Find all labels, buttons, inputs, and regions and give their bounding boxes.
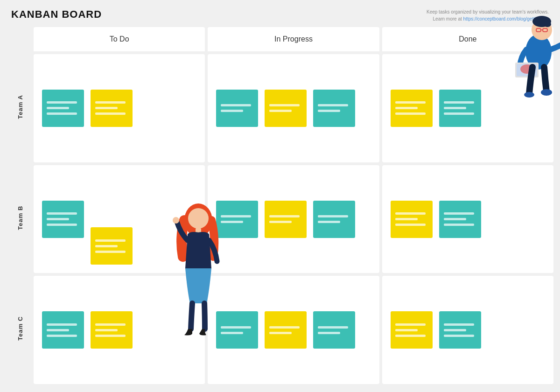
svg-point-11 — [524, 92, 534, 98]
card-line — [95, 112, 126, 115]
card-c-todo-1 — [42, 311, 84, 349]
header-note: Keep tasks organized by visualizing your… — [427, 8, 549, 22]
cell-c-todo — [34, 276, 205, 384]
card-line — [221, 221, 243, 223]
svg-point-10 — [520, 64, 533, 74]
card-a-ip-1 — [216, 90, 258, 127]
card-b-done-1 — [391, 201, 433, 238]
board-row-team-a — [34, 54, 553, 162]
card-a-ip-2 — [265, 90, 307, 127]
card-line — [47, 107, 69, 109]
header-link[interactable]: https://conceptboard.com/blog/getting-s.… — [463, 16, 549, 21]
card-line — [395, 107, 418, 109]
card-line — [95, 101, 126, 104]
card-line — [269, 215, 300, 217]
cell-a-todo — [34, 54, 205, 162]
card-line — [47, 323, 77, 326]
card-line — [444, 112, 474, 115]
card-line — [395, 218, 418, 220]
card-line — [269, 326, 300, 329]
card-b-ip-3 — [313, 201, 355, 238]
col-header-todo: To Do — [34, 27, 205, 51]
card-line — [444, 323, 474, 326]
card-line — [95, 329, 118, 331]
board-row-team-c — [34, 276, 553, 384]
svg-rect-8 — [515, 63, 539, 77]
card-c-ip-3 — [313, 311, 355, 349]
row-label-team-a: Team A — [7, 51, 34, 162]
cell-b-done — [382, 165, 553, 273]
cell-a-inprogress — [208, 54, 379, 162]
card-line — [47, 335, 77, 337]
card-line — [95, 323, 126, 326]
card-line — [444, 101, 474, 104]
card-line — [444, 218, 466, 220]
card-c-done-2 — [439, 311, 481, 349]
card-a-todo-1 — [42, 90, 84, 127]
board-row-team-b — [34, 165, 553, 273]
card-line — [95, 239, 126, 242]
card-line — [444, 212, 474, 215]
board-rows — [34, 54, 553, 384]
card-a-done-1 — [391, 90, 433, 127]
cell-b-todo — [34, 165, 205, 273]
card-a-todo-2 — [91, 90, 133, 127]
card-line — [95, 251, 126, 253]
card-line — [318, 104, 348, 106]
card-line — [395, 101, 426, 104]
card-b-ip-2 — [265, 201, 307, 238]
card-line — [395, 112, 426, 115]
card-line — [47, 112, 77, 115]
card-line — [269, 104, 300, 106]
svg-rect-9 — [517, 64, 537, 76]
col-header-done: Done — [382, 27, 553, 51]
card-c-todo-2 — [91, 311, 133, 349]
card-line — [318, 215, 348, 217]
cell-c-inprogress — [208, 276, 379, 384]
card-line — [47, 101, 77, 104]
card-line — [269, 221, 292, 223]
card-c-done-1 — [391, 311, 433, 349]
card-line — [221, 215, 251, 217]
card-c-ip-1 — [216, 311, 258, 349]
card-line — [221, 104, 251, 106]
header: KANBAN BOARD Keep tasks organized by vis… — [0, 0, 560, 27]
card-line — [395, 224, 426, 226]
card-a-done-2 — [439, 90, 481, 127]
card-b-ip-1 — [216, 201, 258, 238]
card-line — [47, 218, 69, 220]
card-line — [395, 335, 426, 337]
card-line — [395, 323, 426, 326]
card-line — [444, 107, 466, 109]
card-line — [318, 110, 340, 112]
card-line — [95, 245, 118, 247]
cell-b-inprogress — [208, 165, 379, 273]
card-line — [269, 110, 292, 112]
board-wrapper: Team A Team B Team C To Do In Progress D… — [0, 27, 560, 389]
col-header-inprogress: In Progress — [208, 27, 379, 51]
row-labels: Team A Team B Team C — [7, 27, 34, 384]
row-label-team-b: Team B — [7, 162, 34, 273]
card-b-todo-1 — [42, 201, 84, 238]
card-line — [395, 212, 426, 215]
row-label-team-c: Team C — [7, 273, 34, 384]
card-line — [47, 224, 77, 226]
card-line — [95, 107, 118, 109]
board: To Do In Progress Done — [34, 27, 553, 384]
card-line — [318, 326, 348, 329]
card-line — [444, 335, 474, 337]
cell-c-done — [382, 276, 553, 384]
page-title: KANBAN BOARD — [11, 8, 102, 21]
card-line — [318, 221, 340, 223]
card-line — [318, 332, 340, 334]
card-a-ip-3 — [313, 90, 355, 127]
card-b-done-2 — [439, 201, 481, 238]
card-line — [47, 329, 69, 331]
card-line — [444, 224, 474, 226]
card-line — [221, 332, 243, 334]
card-c-ip-2 — [265, 311, 307, 349]
card-line — [221, 326, 251, 329]
svg-point-12 — [541, 89, 552, 96]
cell-a-done — [382, 54, 553, 162]
card-line — [95, 335, 126, 337]
